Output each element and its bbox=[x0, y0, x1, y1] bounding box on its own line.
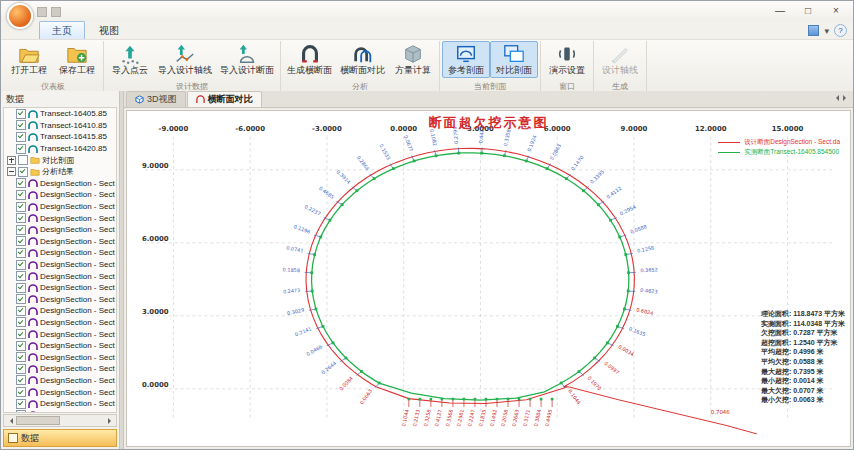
transect-icon bbox=[28, 132, 38, 142]
tree-item-designsection[interactable]: DesignSection - Sect bbox=[4, 212, 116, 224]
tree-checkbox[interactable] bbox=[16, 352, 26, 362]
tree-item-designsection[interactable]: DesignSection - Sect bbox=[4, 294, 116, 306]
tree-item-designsection[interactable]: DesignSection - Sect bbox=[4, 351, 116, 363]
tree-checkbox[interactable] bbox=[16, 410, 26, 413]
tree-checkbox[interactable] bbox=[16, 213, 26, 223]
tree-checkbox[interactable] bbox=[16, 109, 26, 119]
tree-checkbox[interactable] bbox=[16, 236, 26, 246]
tab-section-compare[interactable]: 横断面对比 bbox=[187, 91, 262, 107]
svg-text:0.1635: 0.1635 bbox=[628, 325, 646, 337]
tree-item-designsection[interactable]: DesignSection - Sect bbox=[4, 328, 116, 340]
tab-scroll-right-icon[interactable] bbox=[843, 95, 849, 101]
tree-checkbox[interactable] bbox=[16, 306, 26, 316]
tree-item-designsection[interactable]: DesignSection - Sect bbox=[4, 224, 116, 236]
style-dropdown-caret-icon[interactable]: ▾ bbox=[824, 26, 829, 36]
tree-item-designsection[interactable]: DesignSection - Sect bbox=[4, 409, 116, 413]
scroll-right-icon[interactable] bbox=[105, 415, 116, 426]
tree-checkbox[interactable] bbox=[16, 271, 26, 281]
tree-checkbox[interactable] bbox=[16, 364, 26, 374]
tree-checkbox[interactable] bbox=[16, 248, 26, 258]
tree-item-designsection[interactable]: DesignSection - Sect bbox=[4, 236, 116, 248]
tree-checkbox[interactable] bbox=[16, 132, 26, 142]
tree-item-designsection[interactable]: DesignSection - Sect bbox=[4, 270, 116, 282]
tree-item-designsection[interactable]: DesignSection - Sect bbox=[4, 386, 116, 398]
tree-item-designsection[interactable]: DesignSection - Sect bbox=[4, 282, 116, 294]
section-icon bbox=[28, 306, 38, 316]
tree-checkbox[interactable] bbox=[16, 202, 26, 212]
ribbon-button-generate-cross-section[interactable]: 生成横断面 bbox=[283, 41, 336, 78]
tree-item-designsection[interactable]: DesignSection - Sect bbox=[4, 363, 116, 375]
ribbon-button-compare-cross-section[interactable]: 横断面对比 bbox=[336, 41, 389, 78]
measured-section-line bbox=[312, 153, 629, 400]
tree-checkbox[interactable] bbox=[16, 190, 26, 200]
ribbon-button-volume-calc[interactable]: 方量计算 bbox=[389, 41, 437, 78]
tree-item-transect[interactable]: Transect-16415.85 bbox=[4, 131, 116, 143]
ribbon-button-import-pointcloud[interactable]: 导入点云 bbox=[106, 41, 154, 78]
tree-item-designsection[interactable]: DesignSection - Sect bbox=[4, 398, 116, 410]
tree-checkbox[interactable] bbox=[16, 399, 26, 409]
svg-text:0.2141: 0.2141 bbox=[294, 325, 312, 337]
expand-icon[interactable] bbox=[7, 156, 16, 165]
tree-item-designsection[interactable]: DesignSection - Sect bbox=[4, 247, 116, 259]
tree-checkbox[interactable] bbox=[16, 387, 26, 397]
ribbon-button-open-project[interactable]: 打开工程 bbox=[5, 41, 53, 78]
tree-item-designsection[interactable]: DesignSection - Sect bbox=[4, 259, 116, 271]
scrollbar-thumb[interactable] bbox=[16, 416, 60, 425]
ribbon-button-import-section[interactable]: 导入设计断面 bbox=[216, 41, 278, 78]
tree-checkbox[interactable] bbox=[16, 283, 26, 293]
ribbon-button-compare-section[interactable]: 对比剖面 bbox=[490, 41, 538, 78]
data-dock-tab[interactable]: 数据 bbox=[3, 429, 117, 447]
ribbon-button-save-project[interactable]: 保存工程 bbox=[53, 41, 101, 78]
tree-item-transect[interactable]: Transect-16405.85 bbox=[4, 108, 116, 120]
tree-item-transect[interactable]: Transect-16410.85 bbox=[4, 120, 116, 132]
tree-checkbox[interactable] bbox=[16, 341, 26, 351]
svg-text:0.0997: 0.0997 bbox=[603, 360, 620, 375]
tree-checkbox[interactable] bbox=[16, 260, 26, 270]
quick-access-icon-2[interactable] bbox=[51, 7, 61, 17]
minimize-button[interactable]: — bbox=[766, 2, 794, 19]
ribbon-tab-view[interactable]: 视图 bbox=[87, 22, 131, 39]
tab-3d-view[interactable]: 3D视图 bbox=[126, 91, 186, 107]
tree-folder-results[interactable]: 分析结果 bbox=[4, 166, 116, 178]
scroll-left-icon[interactable] bbox=[4, 415, 15, 426]
tree-horizontal-scrollbar[interactable] bbox=[3, 414, 117, 427]
tree-item-designsection[interactable]: DesignSection - Sect bbox=[4, 375, 116, 387]
ribbon-button-reference-section[interactable]: 参考剖面 bbox=[442, 41, 490, 78]
tree-item-label: DesignSection - Sect bbox=[40, 190, 115, 199]
tab-label: 横断面对比 bbox=[208, 93, 253, 106]
tree-checkbox[interactable] bbox=[16, 225, 26, 235]
help-icon[interactable]: ? bbox=[834, 24, 847, 37]
tree-item-designsection[interactable]: DesignSection - Sect bbox=[4, 340, 116, 352]
tree-item-transect[interactable]: Transect-16420.85 bbox=[4, 143, 116, 155]
ribbon-button-import-axis[interactable]: 导入设计轴线 bbox=[154, 41, 216, 78]
tree-item-designsection[interactable]: DesignSection - Sect bbox=[4, 317, 116, 329]
tree-checkbox[interactable] bbox=[16, 375, 26, 385]
tree-item-label: DesignSection - Sect bbox=[40, 225, 115, 234]
tree-folder-compare[interactable]: 对比剖面 bbox=[4, 154, 116, 166]
tree-checkbox[interactable] bbox=[16, 178, 26, 188]
ribbon-button-design-axis[interactable]: 设计轴线 bbox=[596, 41, 644, 78]
ribbon-tab-home[interactable]: 主页 bbox=[39, 21, 85, 39]
tree-item-designsection[interactable]: DesignSection - Sect bbox=[4, 201, 116, 213]
tree-item-designsection[interactable]: DesignSection - Sect bbox=[4, 305, 116, 317]
app-logo-icon[interactable] bbox=[7, 3, 33, 29]
section-icon bbox=[28, 399, 38, 409]
ribbon-button-demo-settings[interactable]: 演示设置 bbox=[543, 41, 591, 78]
tree-checkbox[interactable] bbox=[16, 329, 26, 339]
tree-checkbox[interactable] bbox=[18, 155, 28, 165]
maximize-button[interactable]: □ bbox=[794, 2, 822, 19]
tree-item-designsection[interactable]: DesignSection - Sect bbox=[4, 189, 116, 201]
tree-item-designsection[interactable]: DesignSection - Sect bbox=[4, 178, 116, 190]
collapse-icon[interactable] bbox=[7, 167, 16, 176]
floor-offset-labels-layer: 0.10440.21330.32580.41270.35660.29810.22… bbox=[400, 398, 553, 427]
close-button[interactable]: × bbox=[822, 2, 850, 19]
tree-checkbox[interactable] bbox=[16, 317, 26, 327]
svg-text:9.0000: 9.0000 bbox=[142, 162, 169, 170]
style-gallery-icon[interactable] bbox=[808, 25, 819, 36]
tree-checkbox[interactable] bbox=[16, 294, 26, 304]
tree-checkbox[interactable] bbox=[16, 144, 26, 154]
tab-scroll-left-icon[interactable] bbox=[833, 95, 839, 101]
tree-checkbox[interactable] bbox=[18, 167, 28, 177]
tree-checkbox[interactable] bbox=[16, 120, 26, 130]
quick-access-icon-1[interactable] bbox=[37, 7, 47, 17]
